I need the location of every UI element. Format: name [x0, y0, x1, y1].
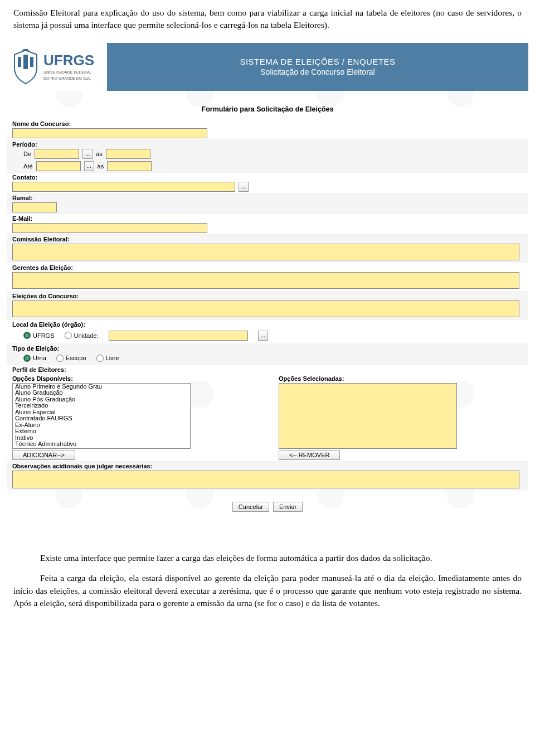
screenshot-app: UFRGS UNIVERSIDADE FEDERAL DO RIO GRANDE…	[7, 43, 528, 537]
label-contato: Contato:	[12, 174, 523, 181]
input-email[interactable]	[12, 223, 207, 233]
label-as-2: às	[98, 163, 104, 169]
ufrgs-wordmark-icon: UFRGS	[43, 53, 99, 69]
radio-tipo-escopo-input[interactable]	[56, 355, 64, 362]
input-hora-de[interactable]	[106, 149, 150, 159]
radio-local-ufrgs[interactable]: UFRGS	[23, 332, 55, 339]
row-periodo: Período: De ... às Até ... às	[7, 139, 528, 172]
logo-subtitle-2: DO RIO GRANDE DO SUL	[43, 76, 99, 81]
radio-tipo-escopo[interactable]: Escopo	[56, 355, 86, 362]
available-column: Opções Disponíveis: Aluno Primeiro e Seg…	[12, 375, 256, 460]
textarea-gerentes[interactable]	[12, 272, 519, 289]
input-nome-concurso[interactable]	[12, 128, 207, 138]
row-perfil-header: Perfil de Eleitores:	[7, 365, 528, 373]
label-tipo: Tipo de Eleição:	[12, 345, 523, 352]
row-comissao: Comissão Eleitoral:	[7, 234, 528, 263]
header-line-2: Solicitação de Concurso Eleitoral	[260, 67, 374, 76]
textarea-comissao[interactable]	[12, 244, 519, 260]
label-disponiveis: Opções Disponíveis:	[12, 375, 256, 382]
label-gerentes: Gerentes da Eleição:	[12, 264, 523, 271]
list-item[interactable]: Externo	[13, 428, 190, 435]
svg-rect-0	[18, 57, 21, 67]
input-data-de[interactable]	[35, 149, 79, 159]
unidade-lookup-button[interactable]: ...	[258, 331, 268, 341]
form-title: Formulário para Solicitação de Eleições	[7, 91, 528, 119]
remove-button[interactable]: <-- REMOVER	[279, 450, 340, 460]
input-ramal[interactable]	[12, 202, 57, 212]
radio-tipo-urna[interactable]: Urna	[23, 355, 46, 362]
label-comissao: Comissão Eleitoral:	[12, 236, 523, 243]
input-unidade[interactable]	[109, 331, 248, 341]
listbox-disponiveis[interactable]: Aluno Primeiro e Segundo GrauAluno Gradu…	[12, 383, 191, 449]
document-paragraph-top: Comissão Eleitoral para explicação do us…	[0, 0, 535, 38]
textarea-observacoes[interactable]	[12, 471, 519, 488]
label-email: E-Mail:	[12, 215, 523, 222]
radio-tipo-livre[interactable]: Livre	[96, 355, 119, 362]
contato-lookup-button[interactable]: ...	[239, 182, 249, 192]
ufrgs-crest-icon	[12, 49, 39, 85]
svg-text:UFRGS: UFRGS	[43, 53, 94, 69]
label-observacoes: Observações acidionais que julgar necess…	[12, 463, 523, 469]
radio-local-unidade-label: Unidade:	[74, 332, 99, 339]
add-button[interactable]: ADICIONAR-->	[12, 450, 75, 460]
label-periodo: Período:	[12, 141, 523, 148]
app-header: UFRGS UNIVERSIDADE FEDERAL DO RIO GRANDE…	[7, 43, 528, 91]
row-observacoes: Observações acidionais que julgar necess…	[7, 461, 528, 491]
row-gerentes: Gerentes da Eleição:	[7, 263, 528, 291]
row-nome-concurso: Nome do Concurso:	[7, 119, 528, 139]
row-eleicoes: Eleições do Concurso:	[7, 291, 528, 319]
label-nome-concurso: Nome do Concurso:	[12, 120, 523, 127]
para-1: Comissão Eleitoral para explicação do us…	[13, 7, 522, 32]
radio-tipo-livre-label: Livre	[106, 355, 119, 361]
input-contato[interactable]	[12, 182, 235, 192]
radio-local-ufrgs-input[interactable]	[23, 332, 31, 339]
radio-tipo-livre-input[interactable]	[96, 355, 104, 362]
input-data-ate[interactable]	[36, 161, 81, 171]
radio-local-unidade[interactable]: Unidade:	[65, 332, 99, 339]
send-button[interactable]: Enviar	[273, 502, 303, 512]
listbox-selecionadas[interactable]	[279, 383, 457, 449]
request-form: Formulário para Solicitação de Eleições …	[7, 91, 528, 537]
logo-text: UFRGS UNIVERSIDADE FEDERAL DO RIO GRANDE…	[43, 53, 99, 81]
para-3: Feita a carga da eleição, ela estará dis…	[13, 572, 522, 609]
label-ramal: Ramal:	[12, 195, 523, 201]
document-paragraphs-bottom: Existe uma interface que permite fazer a…	[0, 537, 535, 617]
row-local: Local da Eleição (órgão): UFRGS Unidade:…	[7, 319, 528, 343]
radio-local-ufrgs-label: UFRGS	[33, 332, 55, 339]
radio-tipo-escopo-label: Escopo	[66, 355, 86, 361]
label-de: De	[23, 151, 31, 157]
logo-subtitle-1: UNIVERSIDADE FEDERAL	[43, 70, 99, 75]
row-ramal: Ramal:	[7, 193, 528, 214]
label-perfil: Perfil de Eleitores:	[12, 366, 523, 373]
label-local: Local da Eleição (órgão):	[12, 321, 523, 328]
label-selecionadas: Opções Selecionadas:	[279, 375, 523, 382]
radio-local-unidade-input[interactable]	[65, 332, 72, 339]
textarea-eleicoes[interactable]	[12, 301, 519, 317]
dual-list: Opções Disponíveis: Aluno Primeiro e Seg…	[7, 374, 528, 461]
list-item[interactable]: Técnico Administrativo	[13, 441, 190, 448]
header-line-1: SISTEMA DE ELEIÇÕES / ENQUETES	[240, 57, 395, 66]
list-item[interactable]: Ex-Aluno	[13, 422, 190, 429]
logo-block: UFRGS UNIVERSIDADE FEDERAL DO RIO GRANDE…	[7, 43, 107, 91]
svg-rect-1	[30, 57, 33, 67]
svg-rect-2	[23, 55, 28, 69]
row-email: E-Mail:	[7, 214, 528, 234]
footer-buttons: Cancelar Enviar	[7, 491, 528, 515]
label-ate: Até	[23, 163, 33, 169]
input-hora-ate[interactable]	[107, 161, 152, 171]
cancel-button[interactable]: Cancelar	[232, 502, 269, 512]
date-picker-ate-button[interactable]: ...	[84, 161, 94, 171]
label-eleicoes: Eleições do Concurso:	[12, 293, 523, 299]
radio-tipo-urna-label: Urna	[33, 355, 46, 361]
row-tipo: Tipo de Eleição: Urna Escopo Livre	[7, 343, 528, 365]
header-title: SISTEMA DE ELEIÇÕES / ENQUETES Solicitaç…	[107, 43, 528, 91]
selected-column: Opções Selecionadas: <-- REMOVER	[279, 375, 523, 460]
radio-tipo-urna-input[interactable]	[23, 355, 31, 362]
row-contato: Contato: ...	[7, 172, 528, 193]
date-picker-de-button[interactable]: ...	[82, 149, 93, 159]
para-2: Existe uma interface que permite fazer a…	[13, 552, 522, 564]
label-as-1: às	[96, 151, 103, 157]
